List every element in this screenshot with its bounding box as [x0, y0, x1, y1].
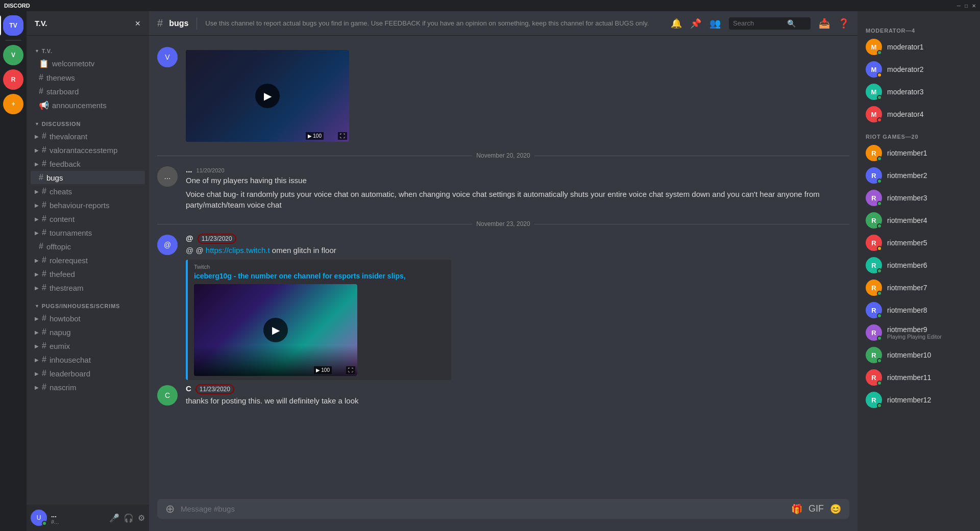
list-item[interactable]: R riotmember5 [862, 232, 976, 254]
hash-icon: # [39, 73, 43, 82]
channel-tournaments[interactable]: ▶ # tournaments [31, 226, 145, 239]
list-item[interactable]: R riotmember1 [862, 142, 976, 164]
list-item[interactable]: M moderator1 [862, 36, 976, 58]
minimize-button[interactable]: ─ [957, 3, 961, 9]
server-icon-4[interactable]: + [3, 94, 23, 114]
list-item[interactable]: R riotmember3 [862, 187, 976, 209]
video-preview-embed[interactable]: ▶ ▶ 100 ⛶ [194, 284, 357, 376]
channel-content[interactable]: ▶ # content [31, 212, 145, 225]
embed-title[interactable]: iceberg10g - the number one channel for … [194, 272, 445, 280]
member-info: moderator1 [887, 43, 972, 51]
message-link[interactable]: https://clips.twitch.t [206, 246, 270, 255]
channel-welcometotv[interactable]: 📋 welcometotv [31, 57, 145, 70]
members-sidebar: MODERATOR—4 M moderator1 M moderator2 M [857, 11, 980, 531]
gif-icon[interactable]: GIF [808, 503, 824, 514]
status-indicator [877, 313, 882, 318]
message-text: thanks for posting this. we will definit… [186, 395, 849, 406]
list-item[interactable]: R riotmember9 Playing Playing Editor [862, 321, 976, 344]
add-attachment-button[interactable]: ⊕ [165, 502, 175, 516]
inbox-icon[interactable]: 📥 [819, 18, 830, 29]
server-icon-2[interactable]: V [3, 45, 23, 65]
message-input[interactable] [181, 499, 785, 519]
list-item[interactable]: M moderator4 [862, 103, 976, 125]
channel-nascrim[interactable]: ▶ # nascrim [31, 381, 145, 394]
category-discussion[interactable]: ▼ DISCUSSION [27, 113, 149, 129]
hash-icon: # [39, 242, 43, 251]
bell-icon[interactable]: 🔔 [671, 18, 682, 29]
channel-inhousechat[interactable]: ▶ # inhousechat [31, 353, 145, 366]
video-control-embed-icon: ⛶ [346, 366, 355, 374]
channel-feedback[interactable]: ▶ # feedback [31, 157, 145, 170]
window-controls[interactable]: ─ □ ✕ [957, 3, 976, 9]
members-icon[interactable]: 👥 [709, 18, 721, 29]
list-item[interactable]: R riotmember7 [862, 276, 976, 299]
video-preview[interactable]: ▶ ▶ 100 ⛶ [186, 50, 349, 142]
member-name: riotmember7 [887, 284, 972, 292]
chevron-down-icon: ▼ [35, 48, 40, 54]
channel-name-behaviour-reports: behaviour-reports [50, 201, 110, 210]
input-actions: 🎁 GIF 😊 [791, 503, 841, 515]
status-indicator [877, 223, 882, 229]
date-label: November 20, 2020 [476, 152, 530, 159]
channel-announcements[interactable]: 📢 announcements [31, 98, 145, 112]
list-item[interactable]: R riotmember11 [862, 366, 976, 389]
channel-napug[interactable]: ▶ # napug [31, 325, 145, 339]
channel-leaderboard[interactable]: ▶ # leaderboard [31, 367, 145, 380]
channel-valorantaccesstemp[interactable]: ▶ # valorantaccesstemp [31, 143, 145, 157]
channel-howtobot[interactable]: ▶ # howtobot [31, 312, 145, 325]
hash-icon: # [42, 283, 46, 292]
channel-starboard[interactable]: # starboard [31, 85, 145, 98]
mute-button[interactable]: 🎤 [109, 513, 119, 523]
message-text: One of my players having this issue [186, 175, 849, 186]
channel-bugs[interactable]: # bugs [31, 171, 145, 184]
channel-cheats[interactable]: ▶ # cheats [31, 185, 145, 198]
list-item[interactable]: M moderator3 [862, 81, 976, 103]
channel-thefeed[interactable]: ▶ # thefeed [31, 267, 145, 281]
list-item[interactable]: R riotmember2 [862, 164, 976, 187]
play-button[interactable]: ▶ [263, 318, 288, 342]
channel-rolerequest[interactable]: ▶ # rolerequest [31, 254, 145, 267]
category-tv[interactable]: ▼ T.V. [27, 40, 149, 56]
avatar: R [866, 257, 882, 273]
channel-name-thevalorant: thevalorant [50, 132, 87, 141]
channel-offtopic[interactable]: # offtopic [31, 240, 145, 253]
search-box[interactable]: 🔍 [729, 17, 811, 30]
server-header[interactable]: T.V. ✕ [27, 11, 149, 36]
server-icon-tv[interactable]: TV [3, 15, 23, 36]
close-button[interactable]: ✕ [972, 3, 976, 9]
maximize-button[interactable]: □ [965, 3, 968, 9]
channel-behaviour-reports[interactable]: ▶ # behaviour-reports [31, 198, 145, 212]
deafen-button[interactable]: 🎧 [124, 513, 134, 523]
text-channel-icon: 📋 [39, 59, 49, 68]
header-actions: 🔔 📌 👥 🔍 📥 ❓ [671, 17, 849, 30]
member-name: riotmember3 [887, 194, 972, 202]
channel-name-thefeed: thefeed [50, 270, 75, 279]
list-item[interactable]: R riotmember4 [862, 209, 976, 232]
channel-thenews[interactable]: # thenews [31, 71, 145, 84]
list-item[interactable]: R riotmember6 [862, 254, 976, 276]
server-separator [5, 40, 21, 41]
channel-name-tournaments: tournaments [50, 229, 92, 237]
list-item[interactable]: R riotmember10 [862, 344, 976, 366]
avatar-initial: U [37, 514, 41, 521]
channel-eumix[interactable]: ▶ # eumix [31, 339, 145, 352]
help-icon[interactable]: ❓ [838, 18, 849, 29]
member-info: riotmember7 [887, 284, 972, 292]
list-item[interactable]: R riotmember12 [862, 389, 976, 411]
emoji-icon[interactable]: 😊 [830, 503, 841, 515]
channel-thevalorant[interactable]: ▶ # thevalorant [31, 130, 145, 143]
channel-name-welcometotv: welcometotv [52, 59, 94, 68]
list-item[interactable]: R riotmember8 [862, 299, 976, 321]
search-input[interactable] [733, 19, 784, 27]
category-pugs[interactable]: ▼ PUGS/INHOUSES/SCRIMS [27, 295, 149, 311]
playing-editor-label: Playing Editor [907, 334, 942, 340]
settings-button[interactable]: ⚙ [138, 513, 145, 523]
list-item[interactable]: M moderator2 [862, 58, 976, 81]
pin-icon[interactable]: 📌 [690, 18, 701, 29]
play-button[interactable]: ▶ [255, 84, 280, 108]
server-icon-3[interactable]: R [3, 69, 23, 90]
gift-icon[interactable]: 🎁 [791, 503, 802, 515]
channel-thestream[interactable]: ▶ # thestream [31, 281, 145, 294]
category-tv-label: T.V. [42, 48, 53, 54]
date-label: November 23, 2020 [476, 220, 530, 227]
